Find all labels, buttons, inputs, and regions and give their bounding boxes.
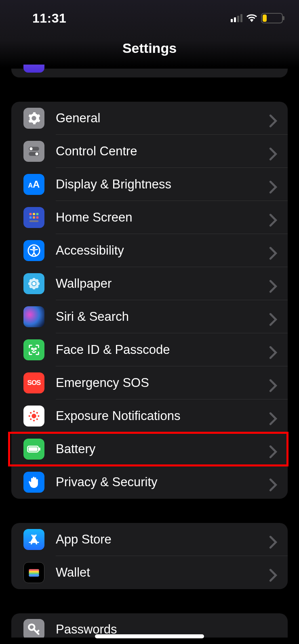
svg-point-22 (32, 348, 33, 349)
row-control-centre[interactable]: Control Centre (11, 135, 288, 168)
row-accessibility[interactable]: Accessibility (11, 234, 288, 267)
sos-icon: SOS (23, 372, 44, 393)
wifi-icon (246, 14, 257, 22)
chevron-right-icon (269, 379, 277, 387)
row-passwords[interactable]: Passwords (11, 613, 288, 638)
chevron-right-icon (269, 535, 277, 544)
svg-point-27 (29, 415, 30, 417)
wallet-icon (23, 562, 44, 583)
svg-point-28 (38, 415, 39, 417)
settings-group-general: General Control Centre AA Display & Brig… (11, 102, 288, 499)
status-indicators (231, 13, 283, 23)
chevron-right-icon (269, 478, 277, 486)
exposure-icon (23, 406, 44, 427)
text-size-icon: AA (23, 174, 44, 195)
chevron-right-icon (269, 247, 277, 255)
battery-status-icon (261, 13, 283, 23)
chevron-right-icon (269, 412, 277, 420)
row-app-store[interactable]: App Store (11, 523, 288, 556)
previous-group-peek (11, 69, 288, 77)
row-exposure-notifications[interactable]: Exposure Notifications (11, 399, 288, 433)
chevron-right-icon (269, 569, 277, 577)
svg-point-25 (33, 411, 35, 412)
chevron-right-icon (269, 280, 277, 288)
svg-point-21 (35, 285, 39, 289)
row-battery[interactable]: Battery (11, 433, 288, 466)
toggles-icon (23, 141, 44, 162)
row-wallet[interactable]: Wallet (11, 556, 288, 589)
row-label: App Store (44, 532, 269, 547)
settings-screen: 11:31 Settings General (0, 0, 299, 644)
svg-point-3 (36, 153, 38, 155)
cellular-signal-icon (231, 14, 242, 22)
svg-rect-35 (39, 447, 40, 450)
svg-rect-4 (29, 213, 32, 215)
status-time: 11:31 (20, 11, 66, 26)
row-label: Emergency SOS (44, 376, 269, 390)
svg-point-13 (32, 282, 36, 286)
chevron-right-icon (269, 213, 277, 222)
row-label: Privacy & Security (44, 475, 269, 489)
row-wallpaper[interactable]: Wallpaper (11, 267, 288, 300)
row-label: Face ID & Passcode (44, 343, 269, 357)
chevron-right-icon (269, 445, 277, 453)
svg-rect-6 (36, 213, 39, 215)
row-label: Battery (44, 442, 269, 456)
svg-rect-39 (29, 574, 39, 577)
svg-rect-5 (33, 213, 35, 215)
row-label: Siri & Search (44, 309, 269, 324)
row-label: Control Centre (44, 144, 269, 159)
home-grid-icon (23, 207, 44, 228)
svg-point-29 (30, 412, 32, 414)
svg-point-19 (35, 279, 39, 283)
svg-point-26 (33, 420, 35, 421)
content-scroll[interactable]: General Control Centre AA Display & Brig… (0, 69, 299, 644)
appstore-icon (23, 529, 44, 550)
svg-rect-10 (29, 220, 39, 222)
svg-point-24 (32, 414, 36, 418)
svg-point-12 (33, 247, 35, 249)
row-label: Wallet (44, 565, 269, 580)
row-label: Home Screen (44, 210, 269, 225)
svg-point-30 (36, 412, 38, 414)
flower-icon (23, 273, 44, 294)
svg-point-23 (35, 348, 36, 349)
svg-point-20 (29, 285, 33, 289)
row-label: Display & Brightness (44, 177, 269, 192)
key-icon (23, 619, 44, 638)
chevron-right-icon (269, 313, 277, 321)
svg-point-1 (29, 147, 32, 150)
row-label: Accessibility (44, 243, 269, 258)
row-label: Exposure Notifications (44, 409, 269, 423)
svg-point-32 (36, 418, 38, 420)
svg-rect-34 (29, 447, 38, 451)
settings-group-passwords: Passwords (11, 613, 288, 638)
accessibility-icon (23, 240, 44, 261)
chevron-right-icon (269, 147, 277, 155)
gear-icon (23, 108, 44, 129)
chevron-right-icon (269, 114, 277, 122)
chevron-right-icon (269, 180, 277, 188)
row-display-brightness[interactable]: AA Display & Brightness (11, 168, 288, 201)
faceid-icon (23, 339, 44, 360)
chevron-right-icon (269, 346, 277, 354)
row-label: Wallpaper (44, 276, 269, 291)
row-home-screen[interactable]: Home Screen (11, 201, 288, 234)
row-siri-search[interactable]: Siri & Search (11, 300, 288, 333)
row-privacy-security[interactable]: Privacy & Security (11, 466, 288, 499)
row-faceid-passcode[interactable]: Face ID & Passcode (11, 333, 288, 366)
row-emergency-sos[interactable]: SOS Emergency SOS (11, 366, 288, 399)
settings-group-store: App Store Wallet (11, 523, 288, 589)
status-bar: 11:31 (0, 0, 299, 36)
row-general[interactable]: General (11, 102, 288, 135)
hand-icon (23, 472, 44, 493)
svg-rect-8 (33, 216, 35, 219)
svg-rect-7 (29, 216, 32, 219)
battery-icon (23, 439, 44, 460)
svg-point-18 (29, 279, 33, 283)
svg-rect-9 (36, 216, 39, 219)
svg-point-31 (30, 418, 32, 420)
row-label: General (44, 111, 269, 125)
home-indicator[interactable] (95, 634, 204, 638)
siri-icon (23, 306, 44, 327)
